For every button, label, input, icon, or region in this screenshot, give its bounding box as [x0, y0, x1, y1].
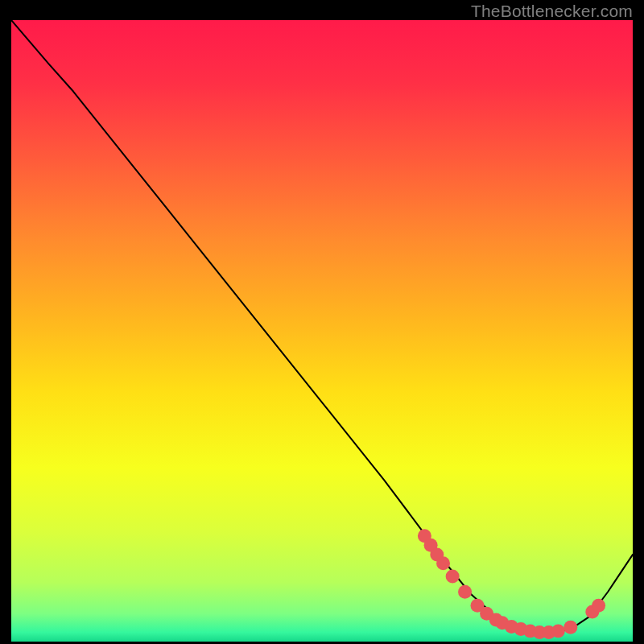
- marker-dot: [592, 599, 605, 613]
- marker-dot: [458, 585, 472, 599]
- marker-dot: [564, 621, 577, 634]
- watermark-text: TheBottlenecker.com: [471, 2, 633, 21]
- marker-dot: [446, 569, 460, 583]
- marker-dot: [551, 624, 565, 638]
- chart-canvas: [11, 20, 633, 642]
- chart-background: [11, 20, 633, 642]
- marker-dot: [436, 556, 450, 570]
- chart-frame: [11, 20, 633, 642]
